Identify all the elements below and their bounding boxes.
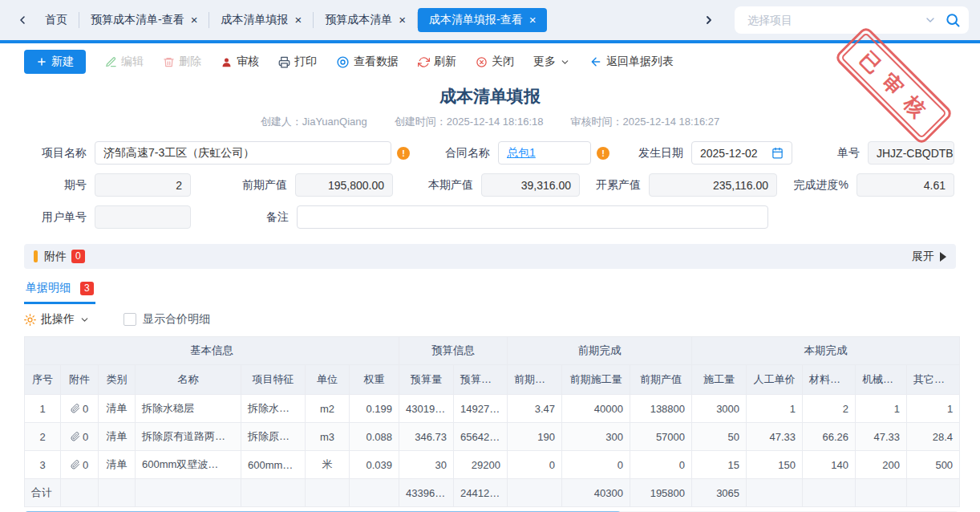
- cell-machine-price: 200: [856, 451, 907, 479]
- attachment-count-badge: 0: [71, 250, 85, 263]
- chevron-down-icon: [560, 57, 570, 67]
- search-icon[interactable]: [945, 12, 961, 28]
- plus-icon: [36, 56, 47, 67]
- close-button[interactable]: 关闭: [476, 55, 514, 69]
- current-output-label: 本期产值: [393, 178, 481, 193]
- tab-cost-list-fill-view-active[interactable]: 成本清单填报-查看: [418, 8, 547, 32]
- more-button[interactable]: 更多: [533, 55, 570, 69]
- tabs-scroll-left-icon[interactable]: [16, 14, 29, 26]
- cell-unit: 米: [306, 451, 350, 479]
- printer-icon: [278, 56, 290, 68]
- close-icon[interactable]: [399, 14, 406, 26]
- cell-budget-qty: 43019.79: [399, 395, 454, 423]
- close-button-label: 关闭: [492, 55, 514, 69]
- doc-no-field: JHJZ-CBQDTB2025: [868, 141, 954, 165]
- attachment-link[interactable]: 0: [67, 459, 91, 471]
- delete-button[interactable]: 删除: [163, 55, 201, 69]
- info-icon[interactable]: [597, 147, 609, 160]
- attachment-bar[interactable]: 附件 0 展开: [24, 244, 956, 269]
- gear-icon: [24, 314, 36, 326]
- batch-operation-button[interactable]: 批操作: [24, 312, 90, 327]
- progress-label: 完成进度%: [794, 178, 856, 193]
- tab-home[interactable]: 首页: [34, 8, 79, 32]
- cumulative-output-label: 开累产值: [580, 178, 649, 193]
- form-row-1: 项目名称 济邹高速7-3工区（庆虹公司） 合同名称 总包1 发生日期 2025-…: [24, 141, 954, 165]
- cell-budget-amount: 149278.67: [454, 395, 508, 423]
- calendar-icon[interactable]: [771, 147, 784, 159]
- expand-label: 展开: [912, 250, 934, 264]
- back-to-list-button[interactable]: 返回单据列表: [589, 55, 674, 69]
- tabs-scroll-right-icon[interactable]: [703, 14, 715, 26]
- occur-date-field[interactable]: 2025-12-02: [691, 141, 792, 165]
- close-icon[interactable]: [529, 14, 537, 26]
- cell-other-price: 28.4: [907, 423, 960, 451]
- info-icon[interactable]: [397, 147, 410, 160]
- table-row[interactable]: 3 0 清单 600mm双壁波… 600mm… 米 0.039 30 29200…: [25, 451, 960, 479]
- page-title: 成本清单填报: [0, 85, 980, 108]
- table-row[interactable]: 2 0 清单 拆除原有道路两… 拆除原… m3 0.088 346.73 656…: [25, 423, 960, 451]
- period-no-label: 期号: [24, 178, 95, 193]
- edit-button[interactable]: 编辑: [105, 55, 144, 69]
- arrow-left-icon: [589, 55, 602, 68]
- eye-icon: [336, 55, 350, 69]
- project-name-label: 项目名称: [24, 146, 95, 161]
- create-time-meta: 创建时间：2025-12-14 18:16:18: [395, 115, 544, 129]
- col-attachment: 附件: [61, 365, 99, 395]
- detail-tab-label: 单据明细: [26, 281, 71, 295]
- tab-budget-cost-list-view[interactable]: 预算成本清单-查看: [79, 8, 209, 32]
- print-button[interactable]: 打印: [278, 55, 317, 69]
- cell-name: 拆除原有道路两…: [136, 423, 241, 451]
- project-name-field[interactable]: 济邹高速7-3工区（庆虹公司）: [95, 141, 391, 165]
- view-data-button[interactable]: 查看数据: [336, 55, 399, 69]
- new-button-label: 新建: [51, 55, 74, 69]
- close-icon[interactable]: [294, 14, 302, 26]
- project-select[interactable]: [735, 6, 969, 34]
- attachment-link[interactable]: 0: [67, 431, 91, 443]
- audit-button[interactable]: 审核: [221, 55, 259, 69]
- cell-prev-price: 3.47: [508, 395, 562, 423]
- table-toolbar: 批操作 显示合价明细: [24, 312, 956, 327]
- cell-prev-output: 138800: [630, 395, 692, 423]
- triangle-right-icon: [940, 252, 946, 262]
- doc-no-label: 单号: [837, 146, 868, 161]
- col-budget-amount: 预算金额: [454, 365, 508, 395]
- project-select-input[interactable]: [746, 13, 924, 27]
- cell-name: 600mm双壁波…: [136, 451, 241, 479]
- show-total-price-checkbox[interactable]: [124, 313, 136, 326]
- attachment-flag-icon: [34, 250, 38, 262]
- tab-budget-cost-list[interactable]: 预算成本清单: [314, 8, 417, 32]
- refresh-button[interactable]: 刷新: [418, 55, 456, 69]
- detail-count-badge: 3: [80, 282, 94, 295]
- tab-cost-list-fill[interactable]: 成本清单填报: [209, 8, 313, 32]
- table-row[interactable]: 1 0 清单 拆除水稳层 拆除水… m2 0.199 43019.79 1492…: [25, 395, 960, 423]
- cell-unit: m3: [306, 423, 350, 451]
- cell-prev-output: 57000: [630, 423, 692, 451]
- tab-detail[interactable]: 单据明细 3: [24, 281, 95, 304]
- close-icon[interactable]: [191, 14, 198, 26]
- new-button[interactable]: 新建: [24, 50, 86, 74]
- cell-category: 清单: [99, 395, 136, 423]
- paperclip-icon: [71, 460, 80, 469]
- contract-name-field[interactable]: 总包1: [498, 141, 591, 165]
- cell-other-price: 1: [907, 395, 960, 423]
- col-labor-price: 人工单价: [747, 365, 803, 395]
- document-form: 项目名称 济邹高速7-3工区（庆虹公司） 合同名称 总包1 发生日期 2025-…: [0, 129, 980, 229]
- attachment-link[interactable]: 0: [67, 403, 91, 415]
- expand-toggle[interactable]: 展开: [912, 250, 946, 264]
- cell-seq: 1: [25, 395, 61, 423]
- detail-tabs: 单据明细 3: [24, 281, 956, 304]
- col-prev-qty: 前期施工量: [562, 365, 630, 395]
- remark-field[interactable]: [297, 205, 768, 229]
- user-doc-no-label: 用户单号: [24, 210, 95, 225]
- col-other-price: 其它费单价: [907, 365, 960, 395]
- cell-seq: 3: [25, 451, 61, 479]
- col-prev-price: 前期单价: [508, 365, 562, 395]
- tab-label: 成本清单填报-查看: [429, 13, 523, 27]
- batch-operation-label: 批操作: [41, 312, 75, 327]
- contract-link[interactable]: 总包1: [507, 146, 536, 161]
- audit-button-label: 审核: [237, 55, 259, 69]
- cell-prev-price: 0: [508, 451, 562, 479]
- chevron-down-icon[interactable]: [924, 14, 937, 26]
- occur-date-label: 发生日期: [609, 146, 691, 161]
- cell-attachment: 0: [61, 395, 99, 423]
